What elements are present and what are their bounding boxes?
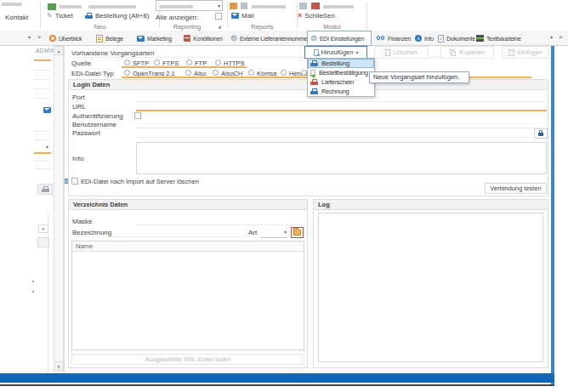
radio-opentrans[interactable] bbox=[124, 70, 130, 76]
ticket-label: Ticket bbox=[55, 12, 73, 20]
radio-option-hidden[interactable] bbox=[301, 70, 307, 76]
menu-item-label: Bestellung bbox=[321, 60, 349, 67]
einfuegen-label: Einfügen bbox=[517, 48, 542, 56]
radio-sftp[interactable] bbox=[124, 60, 130, 65]
tab-label: Dokumente bbox=[446, 36, 475, 42]
verzeichnis-browse-button[interactable] bbox=[291, 227, 304, 238]
scroll-up-button[interactable]: ▴ bbox=[54, 46, 64, 55]
loeschen-button[interactable]: Löschen bbox=[374, 46, 429, 59]
tab-info[interactable]: Info bbox=[412, 31, 436, 45]
tabstrip-left-close-icon[interactable]: × bbox=[37, 34, 42, 41]
clipped-combobox[interactable]: ▾ bbox=[156, 0, 223, 11]
tab-konditionen[interactable]: Konditionen bbox=[181, 31, 225, 45]
schliessen-button[interactable]: × Schließen bbox=[298, 12, 335, 20]
benutzername-field[interactable] bbox=[136, 128, 544, 128]
log-output-box bbox=[318, 213, 543, 362]
sidebar-scrollbar[interactable] bbox=[54, 46, 64, 381]
tab-marketing[interactable]: Marketing bbox=[134, 31, 174, 45]
mail-button[interactable]: Mail bbox=[231, 12, 254, 20]
bottom-edge-line bbox=[0, 384, 554, 386]
menu-item-bestellung[interactable]: Bestellung bbox=[308, 59, 374, 68]
printer-icon bbox=[310, 88, 318, 94]
xml-laden-button[interactable]: Ausgewählte XML-Datei laden bbox=[71, 354, 304, 365]
auth-checkbox[interactable] bbox=[134, 112, 141, 119]
tab-label: Belege bbox=[105, 36, 123, 42]
kopieren-button[interactable]: Kopieren bbox=[440, 46, 494, 59]
passwort-generate-button[interactable] bbox=[534, 128, 548, 139]
chevron-down-icon[interactable]: ▾ bbox=[46, 145, 48, 150]
einfuegen-button[interactable]: Einfügen bbox=[502, 46, 549, 59]
sidebar-mark bbox=[32, 291, 34, 293]
tabstrip-right-close-icon[interactable]: × bbox=[559, 34, 563, 41]
verbindung-testen-button[interactable]: Verbindung testen bbox=[485, 183, 547, 194]
radio-herweck[interactable] bbox=[281, 70, 287, 76]
maske-field[interactable] bbox=[136, 224, 303, 225]
ribbon-group-modul: Modul bbox=[298, 23, 366, 31]
url-label: URL bbox=[72, 103, 86, 111]
ribbon: ▾ Kontakt ✎ Ticket Bestellung (Alt+8) Al… bbox=[0, 0, 568, 31]
sidebar-divider bbox=[34, 88, 51, 89]
tab-finanzen[interactable]: Finanzen bbox=[374, 31, 413, 45]
tab-textbausteine[interactable]: Textbausteine bbox=[474, 31, 524, 45]
tabstrip-left-chevron-icon[interactable]: ▾ bbox=[28, 35, 31, 40]
bestellung-button[interactable]: Bestellung (Alt+8) bbox=[85, 12, 149, 20]
tabstrip-right-chevron-icon[interactable]: ▾ bbox=[550, 35, 553, 40]
sidebar-mini-button[interactable] bbox=[37, 237, 49, 247]
name-column-header: Name bbox=[76, 242, 93, 250]
tab-label: Textbausteine bbox=[486, 36, 521, 42]
sidebar-divider bbox=[34, 79, 51, 80]
port-field[interactable] bbox=[136, 101, 544, 102]
url-field[interactable] bbox=[136, 110, 547, 111]
tab-belege[interactable]: Belege bbox=[94, 31, 126, 45]
printer-icon bbox=[310, 79, 318, 85]
ticket-button[interactable]: ✎ Ticket bbox=[47, 12, 73, 20]
radio-ftps[interactable] bbox=[154, 60, 160, 65]
scroll-down-button[interactable]: ▾ bbox=[54, 361, 64, 371]
alle-anzeigen-label: Alle anzeigen: bbox=[156, 14, 198, 21]
tab-externe-lieferantennummern[interactable]: ⚙ Externe Lieferantennummern bbox=[228, 31, 315, 45]
bezeichnung-field[interactable] bbox=[111, 236, 241, 237]
radio-https[interactable] bbox=[215, 60, 221, 65]
tab-dokumente[interactable]: Dokumente bbox=[435, 31, 478, 45]
sidebar-print-button[interactable] bbox=[37, 184, 53, 195]
ticket-icon: ✎ bbox=[47, 13, 53, 20]
edi-typ-label: EDI-Datei Typ bbox=[71, 70, 114, 77]
bezeichnung-label: Bezeichnung bbox=[72, 229, 111, 236]
mail-icon[interactable] bbox=[43, 107, 51, 113]
passwort-field[interactable] bbox=[136, 137, 529, 138]
verzeichnis-list[interactable]: Name bbox=[71, 241, 304, 350]
delete-after-import-checkbox[interactable] bbox=[71, 178, 78, 185]
menu-item-label: Lieferschein bbox=[321, 78, 354, 86]
delete-after-import-label: EDI-Datei nach Import auf Server löschen bbox=[81, 178, 199, 185]
text-blocks-icon bbox=[476, 35, 484, 42]
sidebar-accent-divider bbox=[34, 152, 51, 154]
xml-laden-label: Ausgewählte XML-Datei laden bbox=[145, 355, 231, 363]
radio-ftp[interactable] bbox=[186, 60, 192, 65]
art-dropdown[interactable]: ▾ bbox=[260, 228, 287, 238]
kontakt-button[interactable]: Kontakt bbox=[5, 14, 28, 21]
document-icon bbox=[438, 35, 444, 43]
tab-label: Info bbox=[424, 36, 434, 42]
menu-item-bestellbestaetigung[interactable]: Bestellbestätigung bbox=[308, 68, 374, 77]
dialog-launcher-icon[interactable]: ◢ bbox=[218, 25, 221, 29]
conditions-icon bbox=[184, 35, 190, 42]
clipped-toolbar-icon bbox=[299, 3, 307, 9]
list-header-row[interactable]: Name bbox=[72, 241, 304, 252]
hinzufuegen-menu: Bestellung Bestellbestätigung Liefersche… bbox=[307, 58, 375, 97]
hinzufuegen-button[interactable]: Hinzufügen ▾ bbox=[304, 46, 367, 59]
radio-alsoch[interactable] bbox=[213, 70, 219, 76]
menu-item-rechnung[interactable]: Rechnung bbox=[308, 87, 374, 96]
gear-icon: ⚙ bbox=[310, 35, 317, 43]
info-textarea[interactable] bbox=[136, 142, 547, 174]
tab-label: Überblick bbox=[59, 36, 82, 42]
radio-komsa[interactable] bbox=[248, 70, 254, 76]
tab-ueberblick[interactable]: Überblick bbox=[47, 31, 84, 45]
confirm-document-icon bbox=[310, 70, 315, 77]
sidebar-collapse-button[interactable]: ▾ bbox=[38, 224, 48, 233]
tab-edi-einstellungen[interactable]: ⚙ EDI Einstellungen bbox=[307, 31, 372, 46]
radio-also[interactable] bbox=[185, 70, 191, 76]
vorgangsarten-label: Vorhandene Vorgangsarten bbox=[71, 49, 154, 57]
alle-anzeigen-checkbox[interactable] bbox=[215, 13, 222, 20]
menu-item-lieferschein[interactable]: Lieferschein bbox=[308, 77, 374, 87]
log-header: Log bbox=[314, 200, 548, 210]
